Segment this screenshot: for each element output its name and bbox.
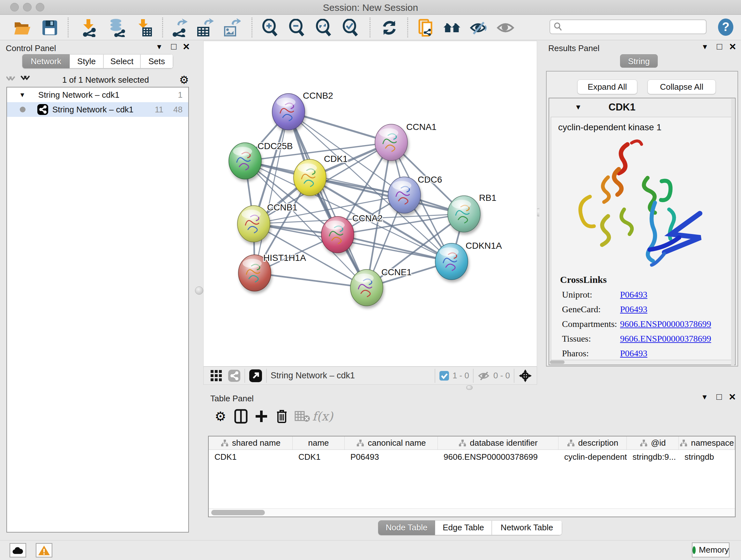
table-horizontal-scrollbar[interactable] [209,508,735,516]
save-session-icon[interactable] [41,19,59,37]
column-header-name[interactable]: name [293,436,345,449]
show-columns-icon[interactable] [231,408,251,425]
import-network-database-icon[interactable] [108,19,126,37]
network-canvas[interactable]: CCNB2CCNA1CDC25BCDK1CDC6RB1CCNB1CCNA2CDK… [203,41,537,367]
show-hidden-eye-icon[interactable] [496,19,515,37]
node-CCNB1[interactable] [238,206,270,242]
collapse-all-button[interactable]: Collapse All [648,79,716,94]
gene-entry-header[interactable]: ▼ CDK1 [549,98,735,116]
table-cell[interactable]: CDK1 [293,450,345,464]
results-vertical-scrollbar[interactable] [731,99,734,365]
table-panel-menu-icon[interactable]: ▼ [701,393,708,401]
open-in-new-window-icon[interactable] [249,369,262,382]
import-network-file-icon[interactable] [80,19,98,37]
node-RB1[interactable] [448,196,480,232]
delete-table-icon[interactable] [292,408,313,425]
tab-network-table[interactable]: Network Table [492,520,562,535]
node-CDC25B[interactable] [229,143,261,179]
table-panel-close-icon[interactable]: ✕ [729,392,736,402]
table-scrollbar-thumb[interactable] [211,510,265,515]
bottom-splitter-handle[interactable] [466,385,473,390]
node-CCNE1[interactable] [350,269,383,306]
results-panel-close-icon[interactable]: ✕ [729,42,736,52]
node-CCNA1[interactable] [375,124,408,161]
open-session-icon[interactable] [13,19,31,37]
results-panel-float-icon[interactable]: □ [717,42,722,52]
birds-eye-grid-icon[interactable] [210,369,223,382]
tab-select[interactable]: Select [104,54,140,68]
collapse-all-icon[interactable] [6,75,18,85]
node-CCNA2[interactable] [321,216,354,253]
tab-edge-table[interactable]: Edge Table [435,520,492,535]
table-settings-gear-icon[interactable]: ⚙ [210,408,231,425]
table-row[interactable]: CDK1CDK1P064939606.ENSP00000378699cyclin… [209,450,735,464]
network-overview-share-icon[interactable] [228,369,241,382]
crosslink-link[interactable]: 9606.ENSP00000378699 [620,319,711,329]
selected-checkbox-icon[interactable] [439,371,449,381]
export-table-icon[interactable] [196,19,214,37]
search-input[interactable] [563,22,697,32]
expand-all-icon[interactable] [20,75,32,85]
tab-string[interactable]: String [620,54,658,68]
clone-network-icon[interactable] [417,19,435,37]
collection-expander-icon[interactable]: ▼ [19,91,25,99]
home-networks-icon[interactable] [443,19,461,37]
crosslink-link[interactable]: P06493 [620,290,648,300]
crosslink-link[interactable]: P06493 [620,304,648,314]
hide-selected-eye-icon[interactable] [470,19,488,37]
node-CDK1[interactable] [293,159,326,196]
table-panel-float-icon[interactable]: □ [717,392,722,402]
column-header-shared-name[interactable]: shared name [209,436,293,449]
gene-expander-icon[interactable]: ▼ [575,103,582,111]
tab-style[interactable]: Style [70,54,104,68]
edge-HIST1H1A-CCNE1[interactable] [255,273,367,288]
create-column-icon[interactable] [251,408,272,425]
table-cell[interactable]: CDK1 [209,450,293,464]
column-header-namespace[interactable]: namespace [679,436,735,449]
export-network-icon[interactable] [171,19,188,37]
column-header-description[interactable]: description [558,436,627,449]
table-cell[interactable]: stringdb [679,450,735,464]
column-header--id[interactable]: @id [627,436,679,449]
network-row[interactable]: String Network – cdk1 11 48 [7,102,188,117]
control-panel-close-icon[interactable]: ✕ [183,42,190,52]
zoom-fit-icon[interactable] [315,19,333,37]
control-panel-float-icon[interactable]: □ [171,42,177,52]
crosslink-link[interactable]: 9606.ENSP00000378699 [620,334,711,344]
node-CDKN1A[interactable] [435,243,468,280]
import-table-file-icon[interactable] [135,19,153,37]
column-header-canonical-name[interactable]: canonical name [345,436,438,449]
expand-all-button[interactable]: Expand All [577,79,637,94]
edge-CCNB2-HIST1H1A[interactable] [255,112,288,273]
help-icon[interactable]: ? [717,18,735,36]
network-options-gear-icon[interactable]: ⚙ [179,73,189,86]
export-image-icon[interactable] [223,19,241,37]
node-CDC6[interactable] [388,177,421,213]
cloud-button[interactable] [10,543,26,557]
table-cell[interactable]: 9606.ENSP00000378699 [438,450,558,464]
warning-button[interactable] [36,543,52,557]
zoom-selected-icon[interactable] [341,19,359,37]
node-table[interactable]: shared namenamecanonical namedatabase id… [208,436,736,517]
results-horizontal-scrollbar-thumb[interactable] [550,361,564,364]
delete-columns-trash-icon[interactable] [272,408,292,425]
memory-button[interactable]: Memory [692,543,730,557]
zoom-out-icon[interactable] [288,19,306,37]
search-box[interactable] [549,19,706,34]
table-cell[interactable]: P06493 [345,450,438,464]
results-panel-menu-icon[interactable]: ▼ [701,43,709,51]
hidden-eye-icon[interactable] [477,370,491,381]
tab-sets[interactable]: Sets [140,54,173,68]
control-panel-menu-icon[interactable]: ▼ [156,43,163,51]
crosslink-link[interactable]: P06493 [620,348,648,359]
table-cell[interactable]: cyclin-dependent ... [558,450,627,464]
table-cell[interactable]: stringdb:9... [627,450,679,464]
left-splitter-handle[interactable] [195,287,203,295]
refresh-icon[interactable] [381,19,398,37]
pan-crosshair-icon[interactable] [518,369,532,383]
tab-network[interactable]: Network [22,54,70,68]
node-CCNB2[interactable] [272,94,305,130]
tab-node-table[interactable]: Node Table [378,520,435,535]
network-collection-row[interactable]: ▼ String Network – cdk1 1 [7,87,188,102]
zoom-in-icon[interactable] [261,19,279,37]
